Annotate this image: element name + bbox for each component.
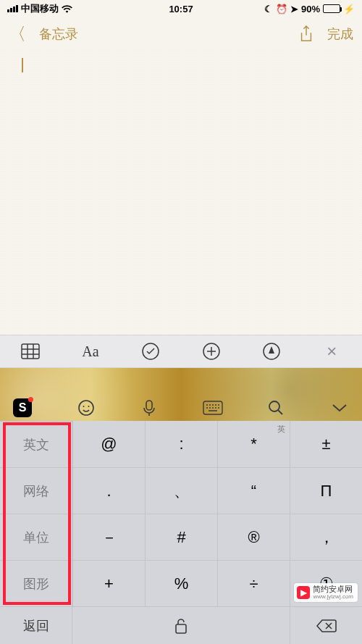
alarm-icon: ⏰ [276, 4, 287, 14]
add-button[interactable] [201, 340, 222, 362]
battery-icon [323, 4, 340, 13]
sogou-logo-button[interactable]: S [10, 396, 35, 420]
collapse-button[interactable] [327, 396, 352, 420]
svg-point-5 [83, 406, 84, 407]
key-comma[interactable]: ， [290, 514, 362, 560]
symbol-key-grid: @ : *英 ± . 、 “ Π － # ® ， + % ÷ ① [72, 421, 362, 606]
svg-rect-0 [22, 344, 39, 359]
key-asterisk[interactable]: *英 [217, 421, 290, 467]
keyboard-switch-button[interactable] [201, 396, 225, 420]
key-colon[interactable]: : [145, 421, 217, 467]
lock-toggle[interactable] [72, 607, 290, 644]
key-divide[interactable]: ÷ [217, 560, 290, 606]
text-cursor [22, 58, 23, 72]
clock: 10:57 [169, 4, 193, 14]
keyboard-bottom-row: 返回 [0, 606, 362, 644]
signal-icon [7, 5, 18, 12]
search-button[interactable] [264, 396, 288, 420]
key-registered[interactable]: ® [217, 514, 290, 560]
voice-button[interactable] [137, 396, 161, 420]
ime-toolbar: S [0, 395, 362, 421]
dismiss-keyboard-button[interactable]: × [321, 340, 342, 362]
watermark: ▶ 简约安卓网 www.jylzwj.com [294, 583, 358, 602]
back-label: 备忘录 [39, 25, 78, 43]
svg-point-4 [79, 401, 93, 415]
checklist-button[interactable] [140, 340, 161, 362]
back-button[interactable]: 〈 备忘录 [9, 25, 78, 43]
return-button[interactable]: 返回 [0, 607, 72, 644]
watermark-title: 简约安卓网 [313, 585, 353, 594]
share-button[interactable] [298, 25, 314, 43]
key-minus[interactable]: － [72, 514, 145, 560]
key-plusminus[interactable]: ± [290, 421, 362, 467]
nav-bar: 〈 备忘录 完成 [0, 17, 362, 51]
wifi-icon [62, 4, 72, 13]
markup-button[interactable] [261, 340, 282, 362]
table-button[interactable] [20, 340, 41, 362]
category-shape[interactable]: 图形 [0, 560, 72, 606]
chevron-left-icon: 〈 [9, 25, 26, 43]
svg-point-6 [88, 406, 89, 407]
symbol-category-sidebar: 英文 网络 单位 图形 [0, 421, 72, 606]
key-period[interactable]: . [72, 467, 145, 514]
key-plus[interactable]: + [72, 560, 145, 606]
delete-key[interactable] [290, 607, 362, 644]
charging-icon: ⚡ [343, 4, 355, 14]
carrier-label: 中国移动 [21, 2, 59, 15]
symbol-keyboard: 英文 网络 单位 图形 @ : *英 ± . 、 “ Π － # ® ， + %… [0, 421, 362, 644]
status-bar: 中国移动 10:57 ☾ ⏰ ➤ 90% ⚡ [0, 0, 362, 17]
svg-point-9 [269, 401, 279, 411]
moon-icon: ☾ [264, 4, 273, 14]
note-editor[interactable] [0, 51, 362, 335]
key-hash[interactable]: # [145, 514, 217, 560]
category-network[interactable]: 网络 [0, 467, 72, 514]
category-english[interactable]: 英文 [0, 421, 72, 467]
notes-format-toolbar: Aa × [0, 335, 362, 368]
text-style-button[interactable]: Aa [80, 340, 101, 362]
svg-rect-7 [146, 401, 152, 410]
location-icon: ➤ [290, 4, 298, 14]
key-at[interactable]: @ [72, 421, 145, 467]
watermark-logo-icon: ▶ [297, 586, 310, 599]
key-percent[interactable]: % [145, 560, 217, 606]
category-unit[interactable]: 单位 [0, 514, 72, 560]
svg-rect-10 [176, 624, 186, 633]
watermark-url: www.jylzwj.com [313, 594, 353, 600]
key-pi[interactable]: Π [290, 467, 362, 514]
done-button[interactable]: 完成 [327, 25, 353, 43]
key-enumcomma[interactable]: 、 [145, 467, 217, 514]
key-quote[interactable]: “ [217, 467, 290, 514]
emoji-button[interactable] [74, 396, 98, 420]
battery-pct: 90% [301, 4, 320, 14]
